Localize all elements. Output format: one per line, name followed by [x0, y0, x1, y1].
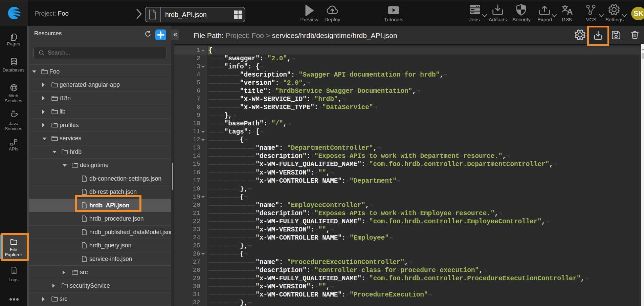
svg-text:A: A [567, 7, 573, 16]
